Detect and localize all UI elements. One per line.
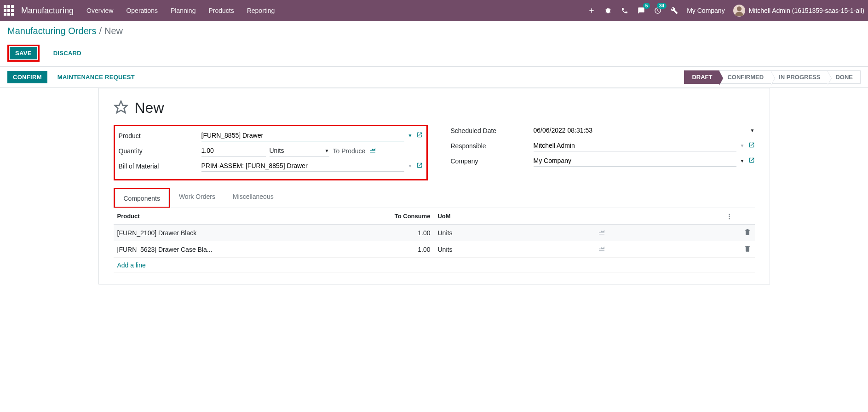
company-label: Company [451, 157, 534, 165]
nav-operations[interactable]: Operations [126, 7, 157, 14]
product-external-icon[interactable] [416, 132, 423, 140]
star-icon[interactable] [114, 100, 128, 116]
tools-icon[interactable] [670, 6, 678, 15]
status-confirmed[interactable]: CONFIRMED [719, 70, 771, 84]
product-input[interactable] [201, 130, 404, 141]
action-row: SAVE DISCARD [7, 45, 861, 62]
breadcrumb: Manufacturing Orders / New [7, 26, 861, 36]
row-product[interactable]: [FURN_5623] Drawer Case Bla... [114, 241, 370, 258]
row-delete-icon[interactable] [744, 246, 751, 254]
nav-reporting[interactable]: Reporting [247, 7, 275, 14]
components-table: Product To Consume UoM ⋮ [FURN_2100] Dra… [114, 208, 755, 273]
units-value: Units [270, 147, 284, 154]
row-uom[interactable]: Units [434, 241, 594, 258]
units-select[interactable]: Units ▼ [270, 145, 329, 157]
title-row: New [114, 99, 755, 116]
sheet-wrap: New Product ▼ Quantity U [0, 88, 868, 296]
tabs: Components Work Orders Miscellaneous [114, 188, 755, 208]
status-draft[interactable]: DRAFT [684, 70, 720, 84]
row-consume[interactable]: 1.00 [370, 241, 434, 258]
forecast-icon[interactable] [369, 146, 376, 156]
discard-button[interactable]: DISCARD [48, 47, 87, 59]
col-uom: UoM [434, 208, 594, 225]
product-label: Product [119, 132, 201, 139]
tab-components[interactable]: Components [115, 190, 169, 207]
quantity-row: Quantity Units ▼ To Produce [119, 145, 423, 157]
scheduled-input[interactable] [534, 125, 747, 136]
plus-icon[interactable] [587, 6, 596, 15]
table-row[interactable]: [FURN_2100] Drawer Black 1.00 Units [114, 225, 755, 241]
statusbar-left: CONFIRM MAINTENANCE REQUEST [7, 71, 140, 83]
save-button[interactable]: SAVE [10, 47, 37, 59]
scheduled-row: Scheduled Date ▼ [451, 125, 755, 136]
form-right: Scheduled Date ▼ Responsible ▼ Compan [451, 125, 755, 180]
col-consume: To Consume [370, 208, 434, 225]
apps-icon[interactable] [4, 5, 15, 16]
bom-input[interactable] [201, 160, 404, 172]
to-produce-label: To Produce [333, 147, 366, 155]
page-title: New [135, 99, 164, 116]
form-sheet: New Product ▼ Quantity U [98, 88, 770, 284]
nav-menu: Overview Operations Planning Products Re… [86, 7, 587, 14]
tab-miscellaneous[interactable]: Miscellaneous [224, 188, 282, 208]
nav-products[interactable]: Products [208, 7, 234, 14]
responsible-external-icon[interactable] [748, 142, 755, 150]
responsible-input[interactable] [534, 140, 736, 151]
form-grid: Product ▼ Quantity Units ▼ [114, 125, 755, 180]
status-done[interactable]: DONE [828, 70, 861, 84]
avatar-icon [733, 5, 745, 17]
bug-icon[interactable] [604, 6, 612, 15]
activities-icon[interactable]: 34 [654, 6, 662, 15]
company-input[interactable] [534, 155, 736, 167]
row-consume[interactable]: 1.00 [370, 225, 434, 241]
responsible-label: Responsible [451, 142, 534, 150]
components-tab-highlight: Components [114, 188, 170, 208]
row-forecast-icon[interactable] [598, 246, 605, 254]
nav-right: 5 34 My Company Mitchell Admin (16151359… [587, 5, 864, 17]
svg-marker-1 [115, 101, 127, 112]
user-name: Mitchell Admin (16151359-saas-15-1-all) [749, 7, 864, 14]
table-options-icon[interactable]: ⋮ [723, 208, 755, 225]
row-uom[interactable]: Units [434, 225, 594, 241]
phone-icon[interactable] [621, 6, 629, 15]
scheduled-label: Scheduled Date [451, 127, 534, 134]
maintenance-button[interactable]: MAINTENANCE REQUEST [52, 71, 140, 83]
product-row: Product ▼ [119, 130, 423, 141]
row-product[interactable]: [FURN_2100] Drawer Black [114, 225, 370, 241]
top-nav: Manufacturing Overview Operations Planni… [0, 0, 868, 21]
tab-work-orders[interactable]: Work Orders [170, 188, 224, 208]
add-line-button[interactable]: Add a line [114, 258, 755, 273]
breadcrumb-parent[interactable]: Manufacturing Orders [7, 26, 96, 36]
bom-row: Bill of Material ▼ [119, 160, 423, 172]
messages-badge: 5 [643, 3, 650, 9]
product-dropdown-icon[interactable]: ▼ [408, 133, 413, 138]
breadcrumb-separator: / [99, 26, 102, 36]
form-left-highlight: Product ▼ Quantity Units ▼ [114, 125, 428, 180]
row-forecast-icon[interactable] [598, 230, 605, 237]
company-selector[interactable]: My Company [687, 7, 724, 14]
nav-planning[interactable]: Planning [171, 7, 196, 14]
company-row: Company ▼ [451, 155, 755, 167]
status-in-progress[interactable]: IN PROGRESS [771, 70, 828, 84]
user-menu[interactable]: Mitchell Admin (16151359-saas-15-1-all) [733, 5, 864, 17]
control-panel: Manufacturing Orders / New SAVE DISCARD [0, 21, 868, 67]
status-steps: DRAFT CONFIRMED IN PROGRESS DONE [684, 70, 861, 84]
nav-overview[interactable]: Overview [86, 7, 113, 14]
messages-icon[interactable]: 5 [637, 6, 645, 15]
company-dropdown-icon[interactable]: ▼ [740, 158, 745, 163]
bom-dropdown-icon[interactable]: ▼ [408, 163, 413, 168]
bom-external-icon[interactable] [416, 162, 423, 170]
quantity-input[interactable] [201, 145, 266, 157]
table-row[interactable]: [FURN_5623] Drawer Case Bla... 1.00 Unit… [114, 241, 755, 258]
responsible-dropdown-icon[interactable]: ▼ [740, 143, 745, 148]
breadcrumb-current: New [104, 26, 123, 36]
col-product: Product [114, 208, 370, 225]
scheduled-dropdown-icon[interactable]: ▼ [750, 128, 755, 133]
company-external-icon[interactable] [748, 157, 755, 165]
confirm-button[interactable]: CONFIRM [7, 71, 47, 83]
row-delete-icon[interactable] [744, 230, 751, 237]
statusbar-row: CONFIRM MAINTENANCE REQUEST DRAFT CONFIR… [0, 67, 868, 88]
quantity-label: Quantity [119, 147, 201, 155]
activities-badge: 34 [657, 3, 667, 9]
responsible-row: Responsible ▼ [451, 140, 755, 151]
